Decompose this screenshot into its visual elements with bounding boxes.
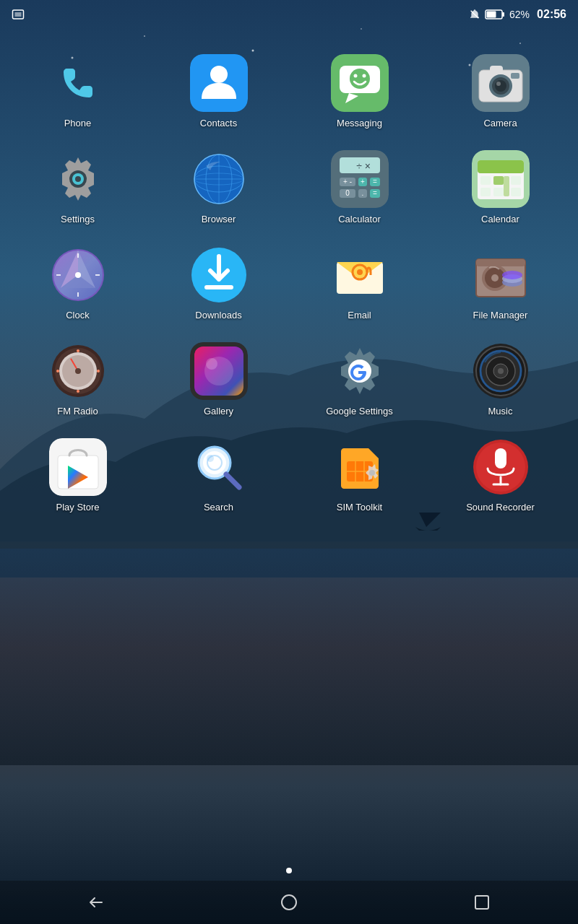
app-calendar-label: Calendar <box>481 214 519 225</box>
recents-button[interactable] <box>467 888 496 917</box>
app-fmradio[interactable]: FM Radio <box>7 331 148 427</box>
app-phone-label: Phone <box>64 118 92 128</box>
svg-point-27 <box>495 80 506 92</box>
svg-point-33 <box>75 176 81 182</box>
svg-text:+ -: + - <box>343 178 352 186</box>
app-search-label: Search <box>204 502 233 513</box>
home-button[interactable] <box>275 888 303 917</box>
app-browser[interactable]: Browser <box>148 139 289 235</box>
app-clock-label: Clock <box>66 310 90 321</box>
svg-rect-76 <box>204 285 233 289</box>
svg-point-97 <box>77 390 79 393</box>
app-googlesettings[interactable]: Google Settings <box>289 331 430 427</box>
svg-rect-59 <box>478 160 524 173</box>
screenshot-icon <box>12 8 25 21</box>
app-music[interactable]: Music <box>430 331 571 427</box>
app-playstore-label: Play Store <box>56 502 100 513</box>
svg-point-14 <box>51 56 105 110</box>
app-filemanager[interactable]: File Manager <box>430 235 571 331</box>
app-filemanager-label: File Manager <box>473 310 528 321</box>
app-contacts-label: Contacts <box>200 118 237 128</box>
battery-percentage: 62% <box>509 9 530 20</box>
svg-text:0: 0 <box>345 189 350 197</box>
app-messaging[interactable]: Messaging <box>289 43 430 139</box>
app-browser-label: Browser <box>202 214 236 225</box>
svg-point-20 <box>353 74 357 78</box>
app-email[interactable]: Email <box>289 235 430 331</box>
svg-line-118 <box>226 474 239 487</box>
app-calculator[interactable]: ÷ × + - + = 0 . = Calculator <box>289 139 430 235</box>
svg-point-95 <box>77 349 79 352</box>
notification-blocked-icon <box>469 9 480 20</box>
app-soundrecorder[interactable]: Sound Recorder <box>430 427 571 523</box>
app-downloads-label: Downloads <box>195 310 241 321</box>
svg-point-116 <box>203 451 226 474</box>
app-soundrecorder-label: Sound Recorder <box>466 502 535 513</box>
status-icons: 62% 02:56 <box>469 8 566 21</box>
svg-rect-62 <box>511 176 521 185</box>
svg-rect-9 <box>15 12 22 17</box>
app-fmradio-label: FM Radio <box>57 406 98 417</box>
svg-point-110 <box>498 368 504 374</box>
app-search[interactable]: Search <box>148 427 289 523</box>
svg-rect-64 <box>493 188 504 196</box>
svg-point-70 <box>75 272 81 278</box>
app-settings-label: Settings <box>61 214 95 225</box>
svg-rect-29 <box>511 73 519 79</box>
svg-rect-12 <box>487 12 496 18</box>
app-email-label: Email <box>348 310 371 321</box>
svg-rect-67 <box>504 176 509 196</box>
app-grid: Phone Contacts <box>0 29 578 538</box>
svg-point-21 <box>362 74 366 78</box>
app-clock[interactable]: Clock <box>7 235 148 331</box>
svg-point-94 <box>75 368 81 374</box>
svg-point-19 <box>350 69 370 89</box>
svg-text:=: = <box>373 189 377 197</box>
svg-point-28 <box>496 82 501 86</box>
svg-point-16 <box>210 66 228 83</box>
app-googlesettings-label: Google Settings <box>326 406 393 417</box>
app-gallery[interactable]: Gallery <box>148 331 289 427</box>
app-playstore[interactable]: Play Store <box>7 427 148 523</box>
page-dot-active <box>286 868 292 873</box>
svg-point-130 <box>282 895 296 910</box>
app-messaging-label: Messaging <box>337 118 382 128</box>
svg-point-84 <box>491 274 499 282</box>
app-calendar[interactable]: Calendar <box>430 139 571 235</box>
svg-point-124 <box>369 470 375 476</box>
svg-rect-30 <box>490 66 503 73</box>
svg-rect-13 <box>502 12 504 17</box>
app-music-label: Music <box>488 406 513 417</box>
svg-rect-60 <box>480 176 491 185</box>
app-simtoolkit-label: SIM Toolkit <box>337 502 382 513</box>
svg-rect-61 <box>493 176 504 185</box>
page-indicator <box>286 868 292 873</box>
svg-rect-131 <box>475 896 488 909</box>
svg-text:+: + <box>361 178 365 186</box>
app-simtoolkit[interactable]: SIM Toolkit <box>289 427 430 523</box>
svg-point-87 <box>502 271 522 279</box>
app-phone[interactable]: Phone <box>7 43 148 139</box>
svg-text:÷ ×: ÷ × <box>356 160 371 172</box>
status-bar: 62% 02:56 <box>0 0 578 29</box>
svg-rect-127 <box>495 448 506 468</box>
app-gallery-label: Gallery <box>204 406 233 417</box>
svg-rect-63 <box>480 188 491 196</box>
app-calculator-label: Calculator <box>338 214 381 225</box>
svg-point-103 <box>206 358 217 370</box>
svg-text:.: . <box>361 189 363 197</box>
svg-text:=: = <box>373 178 377 186</box>
app-camera[interactable]: Camera <box>430 43 571 139</box>
clock-time: 02:56 <box>537 8 566 21</box>
svg-rect-65 <box>511 188 521 196</box>
nav-bar <box>0 881 578 924</box>
app-camera-label: Camera <box>483 118 517 128</box>
svg-rect-88 <box>476 259 525 266</box>
svg-point-98 <box>56 370 59 372</box>
back-button[interactable] <box>82 888 111 917</box>
app-downloads[interactable]: Downloads <box>148 235 289 331</box>
svg-rect-1 <box>0 549 578 765</box>
app-settings[interactable]: Settings <box>7 139 148 235</box>
app-contacts[interactable]: Contacts <box>148 43 289 139</box>
battery-icon <box>485 9 505 20</box>
